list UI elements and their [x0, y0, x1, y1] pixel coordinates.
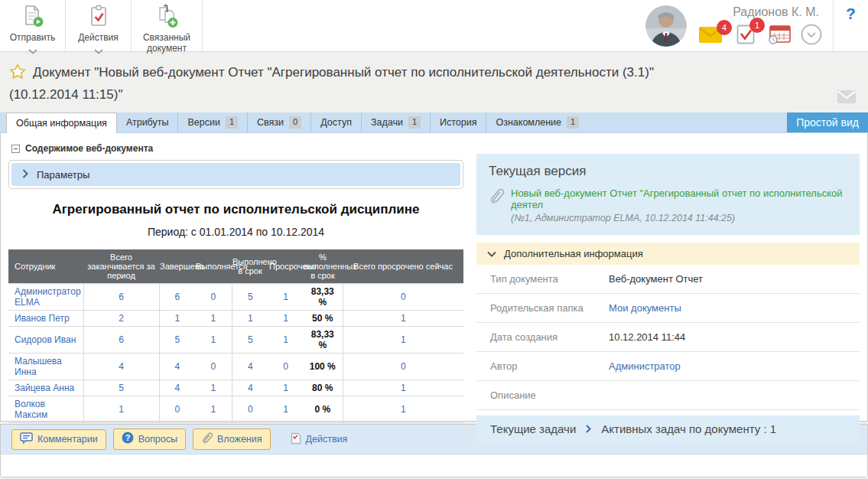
value-link-cell[interactable]: 5 [159, 327, 195, 354]
value-link-cell[interactable]: 4 [232, 354, 268, 380]
value-link-cell[interactable]: 0 [195, 284, 232, 311]
tab-tasks[interactable]: Задачи1 [361, 112, 430, 132]
value-link-cell[interactable]: 1 [268, 380, 303, 396]
current-tasks-text: Активных задач по документу : 1 [601, 422, 776, 435]
value-link-cell[interactable]: 1 [268, 396, 303, 423]
value-link-cell[interactable]: 1 [343, 327, 463, 354]
value-link-cell[interactable]: 1 [268, 327, 303, 354]
svg-text:?: ? [125, 433, 130, 442]
current-tasks-bar[interactable]: Текущие задачи Активных задач по докумен… [476, 415, 860, 443]
value-link-cell[interactable]: 0 [343, 354, 463, 380]
params-container: Параметры [8, 160, 463, 189]
value-link-cell[interactable]: 1 [195, 396, 232, 423]
simple-view-button[interactable]: Простой вид [787, 112, 868, 132]
employee-link-cell[interactable]: Зайцева Анна [8, 380, 83, 396]
field-row-document-type: Тип документа Веб-документ Отчет [476, 265, 860, 294]
value-link-cell[interactable]: 1 [83, 396, 159, 423]
attachments-button[interactable]: Вложения [193, 428, 271, 450]
tab-links[interactable]: Связи0 [247, 112, 310, 132]
actions-button[interactable]: Действия [66, 0, 132, 51]
chevron-right-icon [586, 422, 591, 435]
field-label: Описание [490, 389, 609, 401]
tab-general-info[interactable]: Общая информация [6, 112, 117, 133]
percent-cell: 100 % [303, 354, 343, 380]
footer-actions-link[interactable]: Действия [291, 432, 348, 447]
field-row-description: Описание [476, 381, 860, 410]
value-link-cell[interactable]: 1 [195, 327, 232, 354]
page-title-line2: (10.12.2014 11:15)" [9, 87, 122, 102]
employee-link-cell[interactable]: Администратор ELMA [8, 284, 83, 311]
tab-attributes[interactable]: Атрибуты [117, 112, 178, 132]
employee-link-cell[interactable]: Волков Максим [8, 396, 83, 423]
value-link-cell[interactable]: 4 [83, 354, 159, 380]
calendar-button[interactable] [768, 24, 791, 47]
avatar[interactable] [645, 5, 687, 47]
value-link-cell[interactable]: 1 [343, 380, 463, 396]
footer-actions-label: Действия [306, 434, 348, 445]
employee-link-cell[interactable]: Иванов Петр [8, 311, 83, 327]
additional-info-toggle[interactable]: Дополнительная информация [476, 243, 860, 265]
questions-button[interactable]: ? Вопросы [113, 428, 186, 450]
report-column-header: Всего просрочено сейчас [343, 249, 463, 284]
value-link-cell[interactable]: 4 [159, 380, 195, 396]
value-link-cell[interactable]: 1 [268, 311, 303, 327]
tab-versions[interactable]: Версии1 [177, 112, 247, 132]
send-button-label: Отправить [10, 33, 56, 44]
field-value-author[interactable]: Администратор [609, 360, 681, 372]
value-link-cell[interactable]: 0 [343, 284, 463, 311]
table-row: Иванов Петр2111150 %1 [8, 311, 463, 327]
help-button[interactable]: ? [833, 0, 868, 51]
content-section-title: Содержимое веб-документа [25, 143, 153, 154]
value-link-cell[interactable]: 5 [232, 284, 268, 311]
value-link-cell[interactable]: 0 [159, 396, 195, 423]
params-label: Параметры [37, 169, 89, 181]
related-document-icon [154, 4, 180, 31]
value-link-cell[interactable]: 6 [83, 284, 159, 311]
value-link-cell[interactable]: 1 [343, 396, 463, 423]
value-link-cell[interactable]: 5 [83, 380, 159, 396]
employee-link-cell[interactable]: Сидоров Иван [8, 327, 83, 354]
value-link-cell[interactable]: 0 [195, 354, 232, 380]
footer-empty-area [1, 455, 867, 477]
content-section-toggle[interactable]: Содержимое веб-документа [8, 143, 470, 154]
value-link-cell[interactable]: 0 [268, 354, 303, 380]
user-name[interactable]: Радионов К. М. [699, 5, 822, 19]
value-link-cell[interactable]: 5 [232, 327, 268, 354]
value-link-cell[interactable]: 4 [232, 380, 268, 396]
value-link-cell[interactable]: 1 [159, 311, 195, 327]
additional-info-title: Дополнительная информация [504, 248, 643, 259]
field-label: Дата создания [490, 331, 609, 343]
tab-history[interactable]: История [430, 112, 486, 132]
subscribe-mail-icon[interactable] [837, 90, 856, 106]
tasks-notifications-button[interactable]: 1 [736, 24, 755, 47]
related-document-button[interactable]: Связанный документ [132, 0, 203, 51]
value-link-cell[interactable]: 1 [232, 311, 268, 327]
field-value-parent-folder[interactable]: Мои документы [609, 302, 681, 314]
value-link-cell[interactable]: 4 [159, 354, 195, 380]
table-row: Волков Максим101010 %1 [8, 396, 463, 423]
current-version-box: Текущая версия Новый веб-документ Отчет … [476, 154, 860, 235]
value-link-cell[interactable]: 6 [159, 284, 195, 311]
value-link-cell[interactable]: 0 [232, 396, 268, 423]
expand-profile-button[interactable] [801, 24, 822, 48]
value-link-cell[interactable]: 1 [268, 284, 303, 311]
tab-acquaintance[interactable]: Ознакомление1 [486, 112, 588, 132]
value-link-cell[interactable]: 1 [195, 311, 232, 327]
send-button[interactable]: Отправить [0, 0, 66, 51]
value-link-cell[interactable]: 2 [83, 311, 159, 327]
value-link-cell[interactable]: 6 [83, 327, 159, 354]
value-link-cell[interactable]: 1 [195, 380, 232, 396]
field-value-document-type: Веб-документ Отчет [609, 273, 703, 285]
employee-link-cell[interactable]: Малышева Инна [8, 354, 83, 380]
params-expander[interactable]: Параметры [11, 163, 460, 186]
comments-button[interactable]: Комментарии [11, 429, 106, 450]
document-header: Документ "Новый веб-документ Отчет "Агре… [0, 52, 868, 112]
tab-access[interactable]: Доступ [310, 112, 361, 132]
tab-badge: 1 [408, 116, 421, 128]
report-table-head-row: СотрудникВсего заканчивается за периодЗа… [8, 249, 463, 284]
tab-label: Доступ [320, 112, 352, 132]
value-link-cell[interactable]: 1 [343, 311, 463, 327]
current-version-link[interactable]: Новый веб-документ Отчет "Агрегированный… [511, 187, 847, 210]
favorite-star-icon[interactable] [9, 68, 26, 83]
mail-notifications-button[interactable]: 4 [699, 27, 722, 46]
